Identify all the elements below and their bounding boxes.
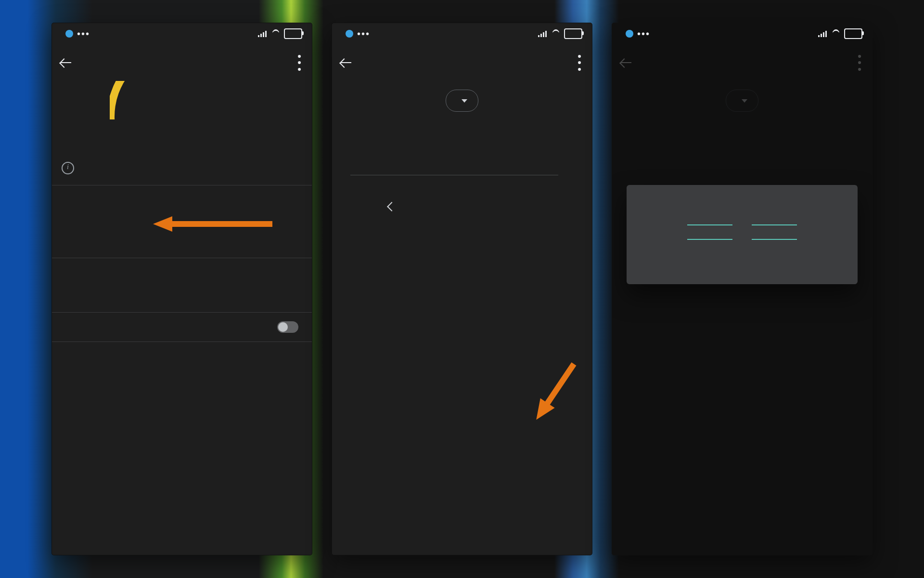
status-more-icon: ••• — [77, 29, 90, 39]
menu-item-manage-notifications[interactable] — [52, 281, 312, 297]
dialog-set-app-timer — [627, 185, 858, 284]
date-navigator — [332, 203, 592, 210]
overflow-menu-icon[interactable]: ••• — [575, 49, 584, 76]
battery-icon — [284, 28, 302, 39]
status-bar: ••• — [612, 23, 872, 44]
menu-item-dashboard[interactable] — [52, 209, 312, 225]
chevron-left-icon[interactable] — [387, 202, 397, 211]
cancel-button[interactable] — [811, 268, 817, 276]
back-arrow-icon[interactable] — [60, 56, 73, 69]
status-more-icon: ••• — [637, 29, 650, 39]
usage-donut — [52, 81, 312, 134]
wifi-icon — [552, 30, 560, 37]
info-note — [52, 158, 312, 185]
status-notification-dot-icon — [65, 30, 73, 38]
status-bar: ••• — [332, 23, 592, 44]
app-bar: ••• — [332, 44, 592, 81]
phone-set-timer: ••• ••• placeholder — [612, 23, 872, 555]
status-notification-dot-icon — [626, 30, 633, 38]
time-picker-hours[interactable] — [687, 211, 732, 253]
time-picker-minutes[interactable] — [752, 211, 797, 253]
chip-screen-time[interactable] — [446, 90, 478, 112]
battery-icon — [564, 28, 582, 39]
switch-show-icon[interactable] — [277, 321, 298, 333]
info-icon — [62, 162, 74, 174]
overflow-menu-icon[interactable]: ••• — [295, 49, 304, 76]
svg-marker-1 — [529, 359, 581, 424]
divider — [52, 342, 312, 342]
annotation-arrow-icon — [520, 355, 582, 443]
phone-dashboard: ••• ••• — [332, 23, 592, 555]
wifi-icon — [271, 30, 280, 37]
back-arrow-icon[interactable] — [340, 56, 353, 69]
signal-icon — [258, 30, 267, 37]
ok-button[interactable] — [836, 268, 842, 276]
stats-row — [52, 134, 312, 158]
section-ways-to-disconnect — [52, 185, 312, 209]
wifi-icon — [832, 30, 840, 37]
app-bar: ••• — [52, 44, 312, 81]
menu-item-bedtime[interactable] — [52, 225, 312, 241]
menu-item-focus-mode[interactable] — [52, 241, 312, 258]
battery-icon — [844, 28, 862, 39]
signal-icon — [818, 30, 827, 37]
menu-item-do-not-disturb[interactable] — [52, 297, 312, 312]
section-reduce-interruptions — [52, 258, 312, 281]
status-bar: ••• — [52, 23, 312, 44]
phone-wellbeing: ••• ••• — [52, 23, 312, 555]
time-picker[interactable] — [642, 211, 842, 253]
weekly-bar-chart[interactable] — [350, 124, 574, 187]
row-show-icon-in-app-list — [52, 313, 312, 342]
signal-icon — [538, 30, 547, 37]
modal-scrim[interactable] — [612, 23, 872, 555]
status-notification-dot-icon — [346, 30, 353, 38]
chevron-down-icon — [462, 99, 467, 103]
status-more-icon: ••• — [357, 29, 370, 39]
